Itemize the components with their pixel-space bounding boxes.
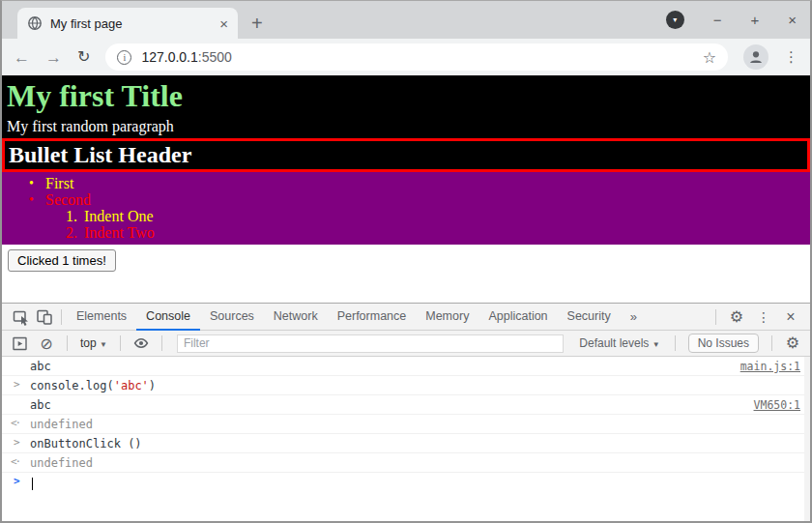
devtools-controls: ⚙ ⋮ × <box>710 307 802 327</box>
bullet-list: •First •Second <box>2 175 810 208</box>
site-info-icon[interactable]: i <box>117 50 131 65</box>
devtools-close-icon[interactable]: × <box>779 307 802 327</box>
console-prompt-row[interactable]: > <box>2 473 810 491</box>
list-number: 2. <box>66 224 77 241</box>
devtools-menu-icon[interactable]: ⋮ <box>752 307 775 327</box>
tab-network[interactable]: Network <box>264 304 328 331</box>
context-selector[interactable]: top ▼ <box>76 336 111 350</box>
return-value-icon: <· <box>11 455 19 468</box>
inspect-element-icon[interactable] <box>10 307 33 327</box>
console-settings-gear-icon[interactable]: ⚙ <box>781 334 804 353</box>
list-item: •First <box>45 175 810 191</box>
browser-update-menu-icon[interactable]: ▾ <box>666 11 684 29</box>
list-item: 1.Indent One <box>84 208 810 224</box>
divider <box>61 309 62 325</box>
url-port: :5500 <box>198 49 232 65</box>
bullet-list-header: Bullet List Header <box>9 142 807 167</box>
console-command-row: > onButtonClick () <box>2 434 810 453</box>
browser-menu-icon[interactable]: ⋮ <box>784 48 798 66</box>
tab-sources[interactable]: Sources <box>200 304 264 331</box>
url-text[interactable]: 127.0.0.1:5500 <box>141 49 692 65</box>
tab-close-icon[interactable]: × <box>219 16 228 31</box>
window-controls: ▾ − + × <box>666 11 797 29</box>
console-result-row: <· undefined <box>2 415 810 434</box>
page-title: My first Title <box>7 80 810 113</box>
forward-button-icon[interactable]: → <box>45 49 62 66</box>
levels-label: Default levels <box>579 336 649 350</box>
devtools-settings-gear-icon[interactable]: ⚙ <box>725 307 748 327</box>
code-text: ) <box>149 379 156 392</box>
tab-elements[interactable]: Elements <box>67 304 136 331</box>
devtools-tab-bar: Elements Console Sources Network Perform… <box>2 304 810 331</box>
console-result-row: <· undefined <box>2 453 810 473</box>
text-cursor <box>32 478 33 490</box>
code-text: console.log( <box>30 379 114 392</box>
reload-button-icon[interactable]: ↻ <box>77 49 90 65</box>
console-sidebar-icon[interactable] <box>8 334 31 353</box>
console-output[interactable]: abc main.js:1 > console.log('abc') abc V… <box>2 357 810 521</box>
url-host: 127.0.0.1 <box>141 49 197 65</box>
page-viewport: My first Title My first random paragraph… <box>2 75 810 303</box>
source-link[interactable]: main.js:1 <box>740 360 800 373</box>
tab-memory[interactable]: Memory <box>416 304 478 331</box>
minimize-button[interactable]: − <box>713 13 722 27</box>
navigation-bar: ← → ↻ i 127.0.0.1:5500 ☆ ⋮ <box>2 39 810 75</box>
list-item-label: Indent One <box>84 208 154 224</box>
list-item-label: Second <box>45 191 91 208</box>
chevron-down-icon: ▼ <box>100 340 107 349</box>
bullet-list-section: •First •Second 1.Indent One 2.Indent Two <box>2 172 810 245</box>
divider <box>771 335 772 351</box>
tab-security[interactable]: Security <box>558 304 621 331</box>
window-close-button[interactable]: × <box>788 13 797 27</box>
address-bar[interactable]: i 127.0.0.1:5500 ☆ <box>105 44 728 71</box>
tab-strip: My first page × + ▾ − + × <box>2 1 810 39</box>
list-item: •Second <box>45 191 810 208</box>
result-text: undefined <box>30 418 93 431</box>
tab-title: My first page <box>50 16 212 31</box>
console-log-row: abc main.js:1 <box>2 357 810 376</box>
page-paragraph: My first random paragraph <box>7 118 810 134</box>
new-tab-button[interactable]: + <box>251 14 263 33</box>
tab-console[interactable]: Console <box>136 304 200 331</box>
log-text: abc <box>30 398 51 412</box>
browser-tab[interactable]: My first page × <box>17 8 238 39</box>
command-chevron-icon: > <box>14 378 20 391</box>
console-log-row: abc VM650:1 <box>2 395 810 415</box>
prompt-chevron-icon: > <box>14 475 20 487</box>
tab-performance[interactable]: Performance <box>328 304 417 331</box>
context-label: top <box>80 336 97 350</box>
console-filter-input[interactable] <box>177 334 564 353</box>
device-toolbar-icon[interactable] <box>33 307 56 327</box>
divider <box>67 335 68 351</box>
tab-application[interactable]: Application <box>478 304 557 331</box>
divider <box>715 309 716 325</box>
numbered-sub-list: 1.Indent One 2.Indent Two <box>2 208 810 241</box>
list-number: 1. <box>66 208 77 224</box>
divider <box>120 335 121 351</box>
list-item-label: First <box>45 175 73 191</box>
log-text: abc <box>30 360 51 373</box>
globe-favicon-icon <box>27 15 43 31</box>
return-value-icon: <· <box>11 417 19 429</box>
source-link[interactable]: VM650:1 <box>754 398 800 412</box>
bullet-list-header-box: Bullet List Header <box>2 138 810 172</box>
profile-avatar[interactable] <box>743 44 768 70</box>
log-levels-dropdown[interactable]: Default levels ▼ <box>573 336 665 350</box>
more-tabs-icon[interactable]: » <box>621 309 647 324</box>
back-button-icon[interactable]: ← <box>14 49 30 66</box>
console-scrollbar[interactable] <box>804 357 810 521</box>
bullet-icon: • <box>29 191 34 208</box>
clear-console-icon[interactable]: ⊘ <box>35 334 58 353</box>
live-expression-eye-icon[interactable] <box>130 334 153 353</box>
command-chevron-icon: > <box>14 436 20 449</box>
no-issues-button[interactable]: No Issues <box>688 334 759 353</box>
console-command-row: > console.log('abc') <box>2 376 810 395</box>
maximize-button[interactable]: + <box>750 13 759 27</box>
bullet-icon: • <box>29 175 34 191</box>
page-header-section: My first Title My first random paragraph… <box>2 75 810 172</box>
command-text: console.log('abc') <box>30 379 156 392</box>
result-text: undefined <box>30 456 93 470</box>
devtools-panel: Elements Console Sources Network Perform… <box>2 303 810 521</box>
click-counter-button[interactable]: Clicked 1 times! <box>8 249 116 272</box>
bookmark-star-icon[interactable]: ☆ <box>703 48 716 67</box>
